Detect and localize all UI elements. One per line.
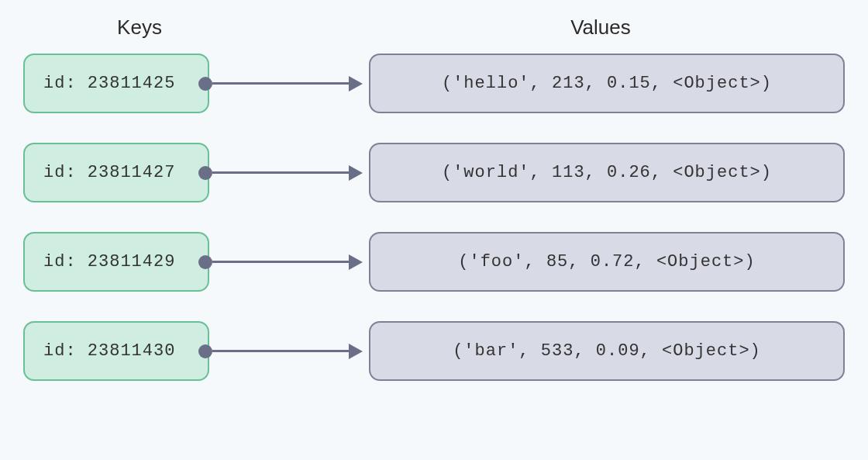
mapping-row: id: 23811429 ('foo', 85, 0.72, <Object>) (23, 232, 845, 292)
value-text: ('foo', 85, 0.72, <Object>) (458, 252, 755, 272)
mapping-row: id: 23811425 ('hello', 213, 0.15, <Objec… (23, 54, 845, 113)
value-box: ('foo', 85, 0.72, <Object>) (369, 232, 845, 292)
column-headers: Keys Values (23, 16, 845, 40)
value-box: ('bar', 533, 0.09, <Object>) (369, 321, 845, 381)
arrow-icon (198, 247, 369, 278)
key-box: id: 23811425 (23, 54, 209, 113)
arrow-icon (198, 157, 369, 188)
arrow-icon (198, 336, 369, 367)
key-box: id: 23811429 (23, 232, 209, 292)
value-box: ('hello', 213, 0.15, <Object>) (369, 54, 845, 113)
key-box: id: 23811427 (23, 143, 209, 202)
keys-header: Keys (46, 16, 232, 40)
key-text: id: 23811425 (43, 74, 175, 93)
mapping-row: id: 23811430 ('bar', 533, 0.09, <Object>… (23, 321, 845, 381)
value-text: ('bar', 533, 0.09, <Object>) (453, 341, 761, 361)
values-header: Values (356, 16, 845, 40)
value-text: ('world', 113, 0.26, <Object>) (442, 163, 772, 182)
key-text: id: 23811429 (43, 252, 175, 272)
value-text: ('hello', 213, 0.15, <Object>) (442, 74, 772, 93)
value-box: ('world', 113, 0.26, <Object>) (369, 143, 845, 202)
mapping-row: id: 23811427 ('world', 113, 0.26, <Objec… (23, 143, 845, 202)
key-box: id: 23811430 (23, 321, 209, 381)
key-text: id: 23811427 (43, 163, 175, 182)
arrow-icon (198, 68, 369, 99)
key-text: id: 23811430 (43, 341, 175, 361)
